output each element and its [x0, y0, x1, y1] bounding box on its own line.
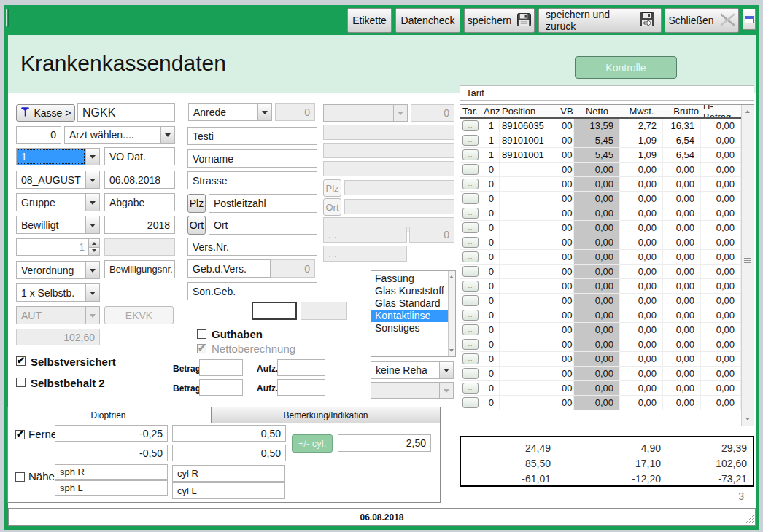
verordnung-select[interactable]: Verordnung: [16, 261, 100, 279]
selbstbehalt-checkbox[interactable]: [16, 378, 26, 387]
vorname-field[interactable]: Vorname: [187, 149, 317, 168]
naehe-sph-r-field[interactable]: sph R: [55, 464, 168, 480]
chevron-down-icon[interactable]: [257, 104, 271, 120]
chevron-down-icon[interactable]: [439, 362, 453, 378]
kategorie-listbox[interactable]: FassungGlas KunststoffGlas StandardKonta…: [371, 270, 456, 357]
scrollbar-grip[interactable]: [744, 258, 751, 265]
ort-button[interactable]: Ort: [187, 216, 206, 235]
table-row[interactable]: ..0000,000,000,000,00: [460, 337, 754, 352]
table-row[interactable]: ..0000,000,000,000,00: [460, 265, 754, 279]
chevron-down-icon[interactable]: [85, 216, 99, 233]
table-row[interactable]: ..0000,000,000,000,00: [460, 192, 754, 206]
naehe-cyl-l-field[interactable]: cyl L: [172, 482, 285, 499]
gruppe-select[interactable]: Gruppe: [16, 193, 100, 211]
close-button[interactable]: Schließen: [665, 8, 739, 33]
list-item[interactable]: Fassung: [371, 273, 448, 285]
ferne-checkbox[interactable]: [15, 430, 25, 439]
row-edit-button[interactable]: ..: [462, 164, 479, 175]
row-edit-button[interactable]: ..: [462, 353, 479, 364]
row-edit-button[interactable]: ..: [462, 149, 479, 160]
table-row[interactable]: ..0000,000,000,000,00: [460, 367, 754, 381]
ferne-cyl-l-field[interactable]: 0,50: [172, 445, 286, 461]
scroll-down-icon[interactable]: [449, 345, 455, 356]
row-edit-button[interactable]: ..: [462, 397, 479, 408]
listbox-scrollbar[interactable]: [448, 271, 455, 356]
table-row[interactable]: ..0000,000,000,000,00: [460, 308, 754, 323]
naehe-checkbox[interactable]: [15, 472, 25, 482]
row-edit-button[interactable]: ..: [462, 266, 479, 277]
monat-select[interactable]: 08_AUGUST: [16, 171, 100, 189]
resize-grip-icon[interactable]: [745, 514, 754, 527]
betrag2-field[interactable]: [199, 379, 243, 396]
table-row[interactable]: ..0000,000,000,000,00: [460, 163, 754, 177]
add-value-field[interactable]: 2,50: [338, 434, 431, 452]
row-edit-button[interactable]: ..: [462, 383, 479, 394]
arzt-select[interactable]: Arzt wählen....: [64, 126, 175, 144]
row-edit-button[interactable]: ..: [462, 222, 479, 233]
row-edit-button[interactable]: ..: [462, 310, 479, 321]
arzt-count-field[interactable]: 0: [16, 126, 61, 144]
ferne-sph-r-field[interactable]: -0,25: [55, 425, 168, 442]
status-select[interactable]: 1: [16, 148, 100, 165]
row-edit-button[interactable]: ..: [462, 324, 479, 335]
anzahl-stepper[interactable]: 1: [16, 238, 100, 256]
selbstb-select[interactable]: 1 x Selbstb.: [16, 283, 100, 302]
row-edit-button[interactable]: ..: [462, 281, 479, 292]
row-edit-button[interactable]: ..: [462, 339, 479, 350]
table-row[interactable]: ..0000,000,000,000,00: [460, 323, 754, 337]
songeb-value-field[interactable]: [252, 302, 297, 320]
kasse-button[interactable]: Kasse >: [16, 104, 75, 122]
table-row[interactable]: ..0000,000,000,000,00: [460, 221, 754, 235]
etikette-button[interactable]: Etikette: [347, 8, 392, 33]
list-item[interactable]: Sonstiges: [371, 322, 448, 335]
selbstversichert-checkbox[interactable]: [16, 356, 26, 366]
table-row[interactable]: ..0000,000,000,000,00: [460, 235, 754, 250]
table-row[interactable]: ..0000,000,000,000,00: [460, 250, 754, 265]
datum-field[interactable]: 06.08.2018: [104, 171, 175, 189]
betrag1-field[interactable]: [199, 359, 243, 376]
table-row[interactable]: ..0000,000,000,000,00: [460, 294, 754, 308]
list-item[interactable]: Glas Kunststoff: [371, 285, 448, 297]
row-edit-button[interactable]: ..: [462, 208, 479, 219]
table-row[interactable]: ..0000,000,000,000,00: [460, 381, 754, 396]
guthaben-checkbox[interactable]: [197, 329, 206, 339]
jahr-field[interactable]: 2018: [104, 216, 175, 234]
tab-dioptrien[interactable]: Dioptrien: [7, 407, 209, 423]
plz-button[interactable]: Plz: [187, 194, 206, 213]
row-edit-button[interactable]: ..: [462, 295, 479, 306]
row-edit-button[interactable]: ..: [462, 237, 479, 248]
datencheck-button[interactable]: Datencheck: [395, 8, 460, 33]
naehe-cyl-r-field[interactable]: cyl R: [172, 465, 285, 482]
chevron-down-icon[interactable]: [85, 284, 99, 301]
row-edit-button[interactable]: ..: [462, 368, 479, 379]
songeb-field[interactable]: Son.Geb.: [187, 282, 317, 300]
ferne-sph-l-field[interactable]: -0,50: [55, 445, 168, 461]
chevron-down-icon[interactable]: [85, 194, 99, 211]
row-edit-button[interactable]: ..: [462, 193, 479, 204]
table-row[interactable]: ..1891060350013,592,7216,310,00: [460, 119, 754, 133]
table-row[interactable]: ..0000,000,000,000,00: [460, 206, 754, 221]
table-row[interactable]: ..0000,000,000,000,00: [460, 177, 754, 192]
reha-select[interactable]: keine Reha: [371, 361, 454, 379]
kontrolle-button[interactable]: Kontrolle: [575, 56, 677, 79]
list-item[interactable]: Glas Standard: [371, 297, 448, 310]
row-edit-button[interactable]: ..: [462, 179, 479, 189]
chevron-down-icon[interactable]: [85, 262, 99, 278]
scroll-up-icon[interactable]: [449, 271, 455, 282]
table-row[interactable]: ..189101001005,451,096,540,00: [460, 133, 754, 148]
row-edit-button[interactable]: ..: [462, 251, 479, 262]
chevron-down-icon[interactable]: [85, 171, 99, 188]
save-and-back-button[interactable]: speichern und zurück: [538, 8, 662, 33]
table-row[interactable]: ..0000,000,000,000,00: [460, 352, 754, 367]
naehe-sph-l-field[interactable]: sph L: [55, 480, 168, 496]
row-edit-button[interactable]: ..: [462, 135, 479, 146]
anrede-select[interactable]: Anrede: [188, 103, 272, 121]
table-row[interactable]: ..189101001005,451,096,540,00: [460, 148, 754, 163]
vo-dat-field[interactable]: VO Dat.: [104, 147, 175, 165]
scroll-down-icon[interactable]: [742, 413, 754, 426]
chevron-down-icon[interactable]: [160, 127, 174, 143]
ferne-cyl-r-field[interactable]: 0,50: [172, 425, 286, 442]
list-item[interactable]: Kontaktlinse: [371, 310, 448, 322]
window-grip[interactable]: [6, 9, 9, 27]
stepper-down-icon[interactable]: [89, 247, 99, 256]
